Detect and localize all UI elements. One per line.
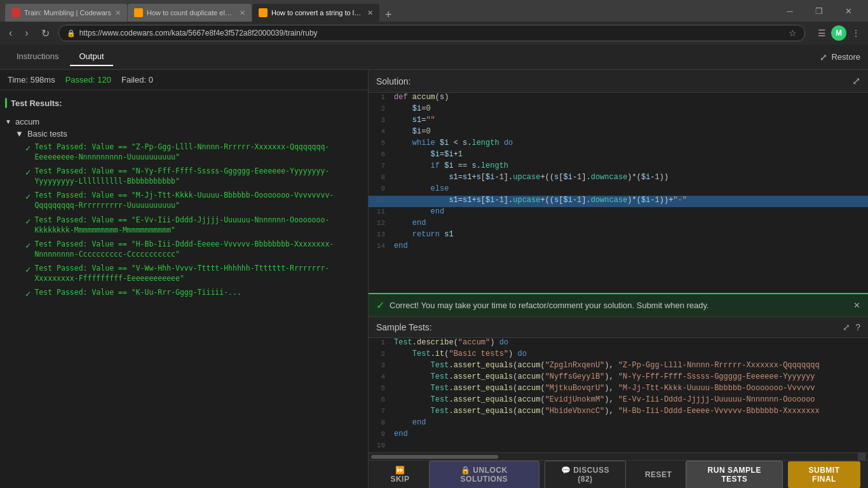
sample-line-num-5: 5 bbox=[369, 384, 391, 395]
tab-instructions[interactable]: Instructions bbox=[8, 48, 67, 66]
line-code-11: end bbox=[391, 207, 444, 219]
test-subgroup-basic: ▼ Basic tests ✓ Test Passed: Value == "Z… bbox=[15, 128, 363, 302]
user-avatar[interactable]: M bbox=[831, 25, 846, 41]
line-num-13: 13 bbox=[369, 230, 391, 241]
code-editor[interactable]: 1 def accum(s) 2 $i=0 3 s1="" 4 $i=0 5 w… bbox=[369, 93, 868, 293]
sample-tests-header: Sample Tests: ⤢ ? bbox=[369, 316, 868, 338]
address-actions: ☆ bbox=[789, 28, 797, 38]
test-group-accum-header[interactable]: ▼ accum bbox=[5, 116, 363, 128]
line-num-6: 6 bbox=[369, 150, 391, 161]
restore-label: Restore bbox=[831, 52, 860, 62]
submit-final-button[interactable]: SUBMIT FINAL bbox=[788, 461, 860, 488]
check-icon-4: ✓ bbox=[25, 215, 31, 228]
refresh-button[interactable]: ↻ bbox=[37, 26, 53, 41]
sample-tests-code[interactable]: 1 Test.describe("accum") do 2 Test.it("B… bbox=[369, 338, 868, 452]
passed-value: 120 bbox=[97, 75, 111, 85]
line-code-1: def accum(s) bbox=[391, 93, 449, 104]
sample-code-line-6: 6 Test.assert_equals(accum("EvidjUnokmM"… bbox=[369, 395, 868, 407]
sample-line-num-2: 2 bbox=[369, 349, 391, 361]
code-line-9: 9 else bbox=[369, 184, 868, 196]
sample-line-code-9: end bbox=[391, 430, 408, 441]
sample-code-line-10: 10 bbox=[369, 441, 868, 452]
skip-button[interactable]: ⏩ SKIP bbox=[376, 461, 424, 488]
bookmark-icon[interactable]: ☆ bbox=[789, 28, 797, 38]
sample-line-code-10 bbox=[391, 441, 398, 452]
sample-line-code-7: Test.assert_equals(accum("HbideVbxncC"),… bbox=[391, 407, 820, 418]
window-minimize-button[interactable]: ─ bbox=[775, 0, 804, 22]
scroll-thumb[interactable] bbox=[371, 455, 498, 459]
line-num-4: 4 bbox=[369, 127, 391, 139]
sample-code-line-7: 7 Test.assert_equals(accum("HbideVbxncC"… bbox=[369, 407, 868, 418]
line-code-14: end bbox=[391, 241, 408, 253]
extensions-icon[interactable]: ☰ bbox=[815, 27, 829, 39]
line-code-8: s1=s1+s[$i-1].upcase+((s[$i-1].downcase)… bbox=[391, 173, 668, 184]
sample-code-line-8: 8 end bbox=[369, 418, 868, 430]
tab-title-1: Train: Mumbling | Codewars bbox=[24, 9, 111, 17]
line-num-2: 2 bbox=[369, 104, 391, 116]
sample-expand-icon[interactable]: ⤢ bbox=[843, 322, 850, 332]
sample-line-code-3: Test.assert_equals(accum("ZpglnRxqenU"),… bbox=[391, 361, 820, 372]
bottom-toolbar: ⏩ SKIP 🔒 UNLOCK SOLUTIONS 💬 DISCUSS (82)… bbox=[369, 460, 868, 488]
browser-tab-2[interactable]: How to count duplicate element... ✕ bbox=[128, 4, 252, 22]
menu-icon[interactable]: ⋮ bbox=[849, 27, 863, 39]
code-line-5: 5 while $i < s.length do bbox=[369, 139, 868, 150]
sample-line-code-5: Test.assert_equals(accum("MjtkuBovqrU"),… bbox=[391, 384, 815, 395]
restore-button[interactable]: ⤢ Restore bbox=[820, 52, 860, 62]
line-num-1: 1 bbox=[369, 93, 391, 104]
test-subgroup-basic-header[interactable]: ▼ Basic tests bbox=[15, 128, 363, 140]
tab-close-3[interactable]: ✕ bbox=[367, 9, 373, 17]
tab-favicon-3 bbox=[259, 8, 268, 17]
banner-close-button[interactable]: ✕ bbox=[853, 301, 860, 310]
reset-button[interactable]: RESET bbox=[636, 466, 681, 484]
sample-help-icon[interactable]: ? bbox=[855, 322, 860, 332]
forward-button[interactable]: › bbox=[21, 26, 32, 40]
test-item-2: ✓ Test Passed: Value == "N-Yy-Fff-Ffff-S… bbox=[15, 164, 363, 188]
test-text-1: Test Passed: Value == "Z-Pp-Ggg-Llll-Nnn… bbox=[34, 142, 363, 162]
unlock-solutions-button[interactable]: 🔒 UNLOCK SOLUTIONS bbox=[429, 461, 539, 489]
code-line-11: 11 end bbox=[369, 207, 868, 219]
code-line-7: 7 if $i == s.length bbox=[369, 161, 868, 173]
sample-line-code-2: Test.it("Basic tests") do bbox=[391, 349, 527, 361]
test-results-label: Test Results: bbox=[11, 98, 62, 108]
time-label: Time: bbox=[8, 75, 28, 85]
line-code-5: while $i < s.length do bbox=[391, 139, 513, 150]
status-time: Time: 598ms bbox=[8, 75, 55, 85]
passed-label: Passed: bbox=[65, 75, 95, 85]
tab-output[interactable]: Output bbox=[70, 48, 112, 66]
discuss-button[interactable]: 💬 DISCUSS (82) bbox=[545, 461, 626, 489]
tab-close-2[interactable]: ✕ bbox=[240, 9, 245, 17]
code-line-6: 6 $i=$i+1 bbox=[369, 150, 868, 161]
run-sample-tests-button[interactable]: RUN SAMPLE TESTS bbox=[686, 461, 783, 489]
window-maximize-button[interactable]: ❐ bbox=[804, 0, 834, 22]
sample-code-line-9: 9 end bbox=[369, 430, 868, 441]
line-num-12: 12 bbox=[369, 219, 391, 230]
accum-label: accum bbox=[15, 117, 39, 126]
sample-tests-icons: ⤢ ? bbox=[843, 322, 860, 332]
line-num-14: 14 bbox=[369, 241, 391, 253]
tab-close-1[interactable]: ✕ bbox=[115, 9, 121, 17]
left-panel: Time: 598ms Passed: 120 Failed: 0 Test R… bbox=[0, 70, 369, 488]
check-icon-2: ✓ bbox=[25, 166, 31, 179]
success-icon: ✓ bbox=[376, 299, 384, 311]
check-icon-5: ✓ bbox=[25, 240, 31, 252]
check-icon-6: ✓ bbox=[25, 264, 31, 276]
new-tab-button[interactable]: + bbox=[380, 8, 397, 22]
back-button[interactable]: ‹ bbox=[5, 26, 16, 40]
browser-actions: ☰ M ⋮ bbox=[815, 25, 863, 41]
browser-tab-1[interactable]: Train: Mumbling | Codewars ✕ bbox=[5, 4, 127, 22]
line-num-5: 5 bbox=[369, 139, 391, 150]
test-output: Test Results: ▼ accum ▼ Basic tests ✓ Te… bbox=[0, 90, 368, 488]
test-item-6: ✓ Test Passed: Value == "V-Ww-Hhh-Vvvv-T… bbox=[15, 261, 363, 285]
horizontal-scrollbar[interactable] bbox=[369, 452, 868, 460]
browser-tab-3[interactable]: How to convert a string to lowe ✕ bbox=[252, 4, 379, 22]
status-bar: Time: 598ms Passed: 120 Failed: 0 bbox=[0, 70, 368, 90]
test-text-7: Test Passed: Value == "K-Uu-Rrr-Gggg-Tii… bbox=[34, 287, 241, 297]
address-bar[interactable]: 🔒 https://www.codewars.com/kata/5667e8f4… bbox=[58, 25, 805, 41]
main-toolbar: Instructions Output ⤢ Restore bbox=[0, 44, 868, 70]
line-num-8: 8 bbox=[369, 173, 391, 184]
right-panel: Solution: ⤢ 1 def accum(s) 2 $i=0 3 s1="… bbox=[369, 70, 868, 488]
window-close-button[interactable]: ✕ bbox=[834, 0, 863, 22]
sample-line-num-8: 8 bbox=[369, 418, 391, 430]
line-num-10: 10 bbox=[369, 196, 391, 207]
solution-expand-icon[interactable]: ⤢ bbox=[852, 75, 860, 87]
